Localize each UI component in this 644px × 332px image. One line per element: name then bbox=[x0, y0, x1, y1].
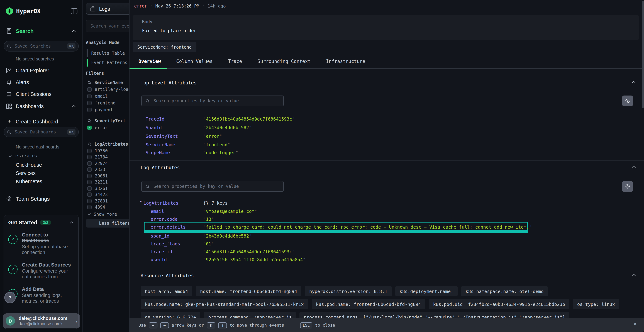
collapse-section-icon[interactable] bbox=[631, 165, 636, 168]
chevron-up-icon[interactable] bbox=[72, 29, 76, 32]
caret-down-icon[interactable]: ▾ bbox=[140, 200, 142, 204]
attr-root-key[interactable]: LogAttributes bbox=[144, 200, 178, 206]
resource-chip[interactable]: hyperdx.distro.version: 0.8.1 bbox=[305, 286, 392, 296]
attr-value[interactable]: "4156d3fbc40a64854d9dc7f68641593c" bbox=[203, 116, 295, 122]
filter-option[interactable]: 19350 bbox=[87, 148, 108, 154]
filter-option[interactable]: payment bbox=[87, 107, 113, 112]
attr-key[interactable]: ServiceName bbox=[146, 142, 175, 147]
tab-overview[interactable]: Overview bbox=[138, 59, 161, 64]
log-attributes-search-input[interactable] bbox=[153, 184, 280, 189]
sidebar-item-chart-explorer[interactable]: Chart Explorer bbox=[16, 68, 49, 73]
resource-chip[interactable]: k8s.pod.name: frontend-6b6c8d7bfd-ng894 bbox=[312, 299, 425, 309]
presets-section-label[interactable]: PRESETS bbox=[16, 154, 38, 158]
checkbox-unchecked[interactable] bbox=[87, 87, 92, 92]
source-selector-logs[interactable]: Logs bbox=[86, 3, 129, 15]
saved-dashboards-search[interactable]: ⌘K bbox=[4, 127, 79, 138]
filter-option[interactable]: 37801 bbox=[87, 198, 108, 204]
scrollbar[interactable] bbox=[642, 1, 644, 108]
checkbox-unchecked[interactable] bbox=[87, 108, 92, 112]
mode-results-table[interactable]: Results Table bbox=[86, 49, 125, 57]
saved-dashboards-input[interactable] bbox=[14, 129, 68, 135]
attr-value[interactable]: "92a55156-39a4-11f0-8ddd-a2eca416a8a4" bbox=[203, 257, 306, 262]
checkbox-unchecked[interactable] bbox=[87, 149, 92, 153]
close-icon[interactable]: × bbox=[633, 321, 637, 327]
search-icon[interactable] bbox=[87, 119, 92, 123]
filter-option[interactable]: email bbox=[87, 94, 108, 99]
collapse-section-icon[interactable] bbox=[631, 80, 636, 84]
sidebar-item-client-sessions[interactable]: Client Sessions bbox=[16, 91, 52, 97]
checkbox-unchecked[interactable] bbox=[87, 161, 92, 166]
chevron-up-icon[interactable] bbox=[70, 221, 74, 224]
filter-option[interactable]: 32311 bbox=[87, 180, 108, 184]
search-icon[interactable] bbox=[87, 142, 92, 146]
tab-column-values[interactable]: Column Values bbox=[176, 59, 213, 64]
filter-option[interactable]: 21734 bbox=[87, 154, 108, 160]
checkbox-unchecked[interactable] bbox=[87, 174, 92, 178]
attr-value[interactable]: "error" bbox=[203, 133, 222, 139]
user-menu[interactable]: D dale@clickhouse.com dale@clickhouse.co… bbox=[3, 314, 80, 328]
attr-value[interactable]: "node-logger" bbox=[203, 150, 238, 155]
sidebar-item-team-settings[interactable]: Team Settings bbox=[16, 196, 50, 202]
gear-icon[interactable] bbox=[622, 181, 633, 192]
attr-key[interactable]: userId bbox=[150, 257, 167, 262]
resource-chip[interactable]: k8s.pod.uid: f284fb2d-a0b3-4634-991b-e2c… bbox=[429, 299, 570, 309]
chevron-up-icon[interactable] bbox=[72, 104, 76, 108]
checkbox-unchecked[interactable] bbox=[87, 199, 92, 203]
resource-chip[interactable]: k8s.deployment.name: bbox=[395, 286, 458, 296]
checkbox-checked[interactable]: ✓ bbox=[87, 126, 92, 130]
filter-option[interactable]: 22974 bbox=[87, 161, 108, 166]
collapse-sidebar-icon[interactable] bbox=[70, 8, 78, 15]
checkbox-unchecked[interactable] bbox=[87, 205, 92, 209]
checkbox-unchecked[interactable] bbox=[87, 192, 92, 197]
attr-key[interactable]: ScopeName bbox=[146, 150, 170, 155]
preset-services[interactable]: Services bbox=[16, 170, 36, 176]
filter-option[interactable]: frontend bbox=[87, 100, 116, 106]
attr-key[interactable]: TraceId bbox=[146, 116, 164, 122]
checkbox-unchecked[interactable] bbox=[87, 186, 92, 191]
resource-chip[interactable]: os.type: linux bbox=[573, 299, 619, 309]
attr-key[interactable]: span_id bbox=[150, 233, 170, 238]
search-icon[interactable] bbox=[87, 80, 92, 85]
filter-option[interactable]: 33261 bbox=[87, 186, 108, 191]
top-level-search-input[interactable] bbox=[153, 98, 280, 104]
filter-option[interactable]: 2333 bbox=[87, 167, 105, 172]
attr-key[interactable]: error.code bbox=[150, 216, 178, 222]
get-started-step-sources[interactable]: ✓ Create Data Sources Configure where yo… bbox=[8, 262, 74, 280]
filter-option[interactable]: 4894 bbox=[87, 205, 105, 210]
attr-value[interactable]: "2b43d0c4dd6bc582" bbox=[203, 233, 252, 238]
resource-chip[interactable]: host.arch: amd64 bbox=[140, 286, 192, 296]
tab-infrastructure[interactable]: Infrastructure bbox=[326, 59, 365, 64]
create-dashboard-button[interactable]: Create Dashboard bbox=[16, 119, 58, 124]
attr-value[interactable]: "vmoses@example.com" bbox=[203, 208, 257, 214]
event-search-box[interactable] bbox=[86, 20, 129, 32]
filter-option[interactable]: 29081 bbox=[87, 174, 108, 178]
attr-value[interactable]: "01" bbox=[203, 241, 214, 246]
checkbox-unchecked[interactable] bbox=[87, 94, 92, 98]
checkbox-unchecked[interactable] bbox=[87, 155, 92, 159]
attr-value[interactable]: "4156d3fbc40a64854d9dc7f68641593c" bbox=[203, 249, 295, 254]
attr-value[interactable]: "frontend" bbox=[203, 142, 230, 147]
filter-option[interactable]: artillery-loadgen bbox=[87, 87, 129, 92]
mode-event-patterns[interactable]: Event Patterns bbox=[86, 59, 127, 66]
collapse-section-icon[interactable] bbox=[631, 273, 636, 276]
resource-chip[interactable]: k8s.namespace.name: otel-demo bbox=[461, 286, 548, 296]
less-filters-button[interactable]: Less filters bbox=[86, 219, 129, 228]
service-name-chip[interactable]: ServiceName: frontend bbox=[133, 42, 196, 52]
gear-icon[interactable] bbox=[622, 96, 633, 106]
chevron-down-icon[interactable] bbox=[8, 155, 12, 158]
attr-tree-root[interactable]: ▾ LogAttributes {}7 keys bbox=[130, 199, 644, 206]
attr-value[interactable]: "failed to charge card: could not charge… bbox=[203, 224, 532, 230]
saved-searches-input[interactable] bbox=[14, 43, 68, 49]
log-attributes-search[interactable] bbox=[141, 181, 284, 192]
checkbox-unchecked[interactable] bbox=[87, 168, 92, 172]
sidebar-item-alerts[interactable]: Alerts bbox=[16, 80, 29, 85]
resource-chip[interactable]: host.name: frontend-6b6c8d7bfd-ng894 bbox=[196, 286, 302, 296]
checkbox-unchecked[interactable] bbox=[87, 101, 92, 105]
checkbox-unchecked[interactable] bbox=[87, 180, 92, 184]
event-search-input[interactable] bbox=[90, 23, 129, 29]
show-more-toggle[interactable]: Show more bbox=[87, 212, 117, 217]
get-started-step-connect[interactable]: ✓ Connect to ClickHouse Set up your data… bbox=[8, 232, 74, 256]
preset-clickhouse[interactable]: ClickHouse bbox=[16, 162, 42, 168]
attr-key[interactable]: SpanId bbox=[146, 125, 162, 130]
attr-value[interactable]: "2b43d0c4dd6bc582" bbox=[203, 125, 252, 130]
